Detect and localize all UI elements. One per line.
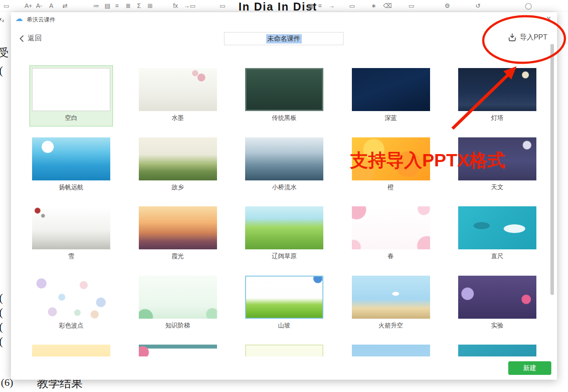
back-label: 返回 xyxy=(28,34,42,43)
template-thumbnail[interactable] xyxy=(458,276,536,319)
background-toolbar-text: In Dia In Dist xyxy=(239,0,317,11)
template-thumbnail[interactable] xyxy=(245,68,323,111)
template-thumbnail[interactable] xyxy=(458,137,536,180)
background-text-fragment: ( xyxy=(0,320,3,334)
template-thumbnail[interactable] xyxy=(458,206,536,249)
template-thumbnail[interactable] xyxy=(352,206,430,249)
toolbar-icon: fx xyxy=(173,2,178,10)
template-item-row5-5[interactable] xyxy=(456,342,539,356)
template-thumbnail[interactable] xyxy=(352,68,430,111)
background-text-fragment: ( xyxy=(0,306,3,319)
toolbar-icon: ≡ xyxy=(318,2,322,10)
template-item-row5-2[interactable] xyxy=(136,342,220,356)
toolbar-icon: Σ xyxy=(137,2,141,10)
template-thumbnail[interactable] xyxy=(139,206,217,249)
template-item-实验[interactable]: 实验 xyxy=(456,273,539,334)
template-label: 橙 xyxy=(352,180,430,195)
template-thumbnail[interactable] xyxy=(32,345,110,356)
chevron-left-icon xyxy=(19,35,24,43)
template-item-row5-4[interactable] xyxy=(349,342,433,356)
template-item-故乡[interactable]: 故乡 xyxy=(136,135,220,195)
template-thumbnail[interactable] xyxy=(458,68,536,111)
template-label: 知识阶梯 xyxy=(139,319,217,334)
template-thumbnail[interactable] xyxy=(32,276,110,319)
template-item-小桥流水[interactable]: 小桥流水 xyxy=(242,135,326,195)
template-item-row5-1[interactable] xyxy=(29,342,113,356)
template-item-传统黑板[interactable]: 传统黑板 xyxy=(242,65,326,126)
template-label: 雪 xyxy=(32,249,110,264)
template-label: 霞光 xyxy=(139,249,217,264)
toolbar-icon: ∗ xyxy=(371,2,376,10)
template-thumbnail[interactable] xyxy=(32,206,110,249)
template-item-水墨[interactable]: 水墨 xyxy=(136,65,220,126)
toolbar-icon: ◯ xyxy=(525,2,532,10)
background-text-fragment: ×₂ xyxy=(0,16,4,23)
template-thumbnail[interactable] xyxy=(245,345,323,356)
template-item-火箭升空[interactable]: 火箭升空 xyxy=(349,273,433,334)
template-thumbnail[interactable] xyxy=(139,68,217,111)
toolbar-icon: ⇄ xyxy=(62,2,68,10)
background-toolbar: In Dia In Dist ▭A+A-A⇄≔▤≡≣Σ⊞fx→▭▭▦≡→▭∗⌫▭… xyxy=(0,0,568,11)
template-item-灯塔[interactable]: 灯塔 xyxy=(456,65,539,126)
template-item-直尺[interactable]: 直尺 xyxy=(456,204,539,264)
template-thumbnail[interactable] xyxy=(352,276,430,319)
template-item-橙[interactable]: 橙 xyxy=(349,135,433,195)
template-thumbnail[interactable] xyxy=(245,137,323,180)
template-item-辽阔草原[interactable]: 辽阔草原 xyxy=(242,204,326,264)
template-label: 空白 xyxy=(32,111,110,126)
template-item-彩色波点[interactable]: 彩色波点 xyxy=(29,273,113,334)
template-thumbnail[interactable] xyxy=(139,137,217,180)
template-thumbnail[interactable] xyxy=(139,276,217,319)
toolbar-icon: ⌫ xyxy=(383,2,392,10)
template-label: 故乡 xyxy=(139,180,217,195)
template-item-霞光[interactable]: 霞光 xyxy=(136,204,220,264)
toolbar-icon: ▭ xyxy=(4,2,9,10)
background-text-fragment: ( xyxy=(0,291,3,305)
template-thumbnail[interactable] xyxy=(458,345,536,356)
template-label: 深蓝 xyxy=(352,111,430,126)
background-text-fragment: 受 xyxy=(0,46,9,60)
toolbar-icon: ▭ xyxy=(220,2,225,10)
template-item-知识阶梯[interactable]: 知识阶梯 xyxy=(136,273,220,334)
template-thumbnail[interactable] xyxy=(32,137,110,180)
seewo-cloud-courseware-dialog: ☁ 希沃云课件 × 返回 未命名课件 导入PPT 空白水墨传统黑板深蓝灯塔扬帆远… xyxy=(11,12,557,380)
template-item-天文[interactable]: 天文 xyxy=(456,135,539,195)
toolbar-icon: ⊞ xyxy=(148,2,153,10)
toolbar-icon: ▤ xyxy=(105,2,110,10)
import-ppt-button[interactable]: 导入PPT xyxy=(508,33,547,42)
template-label: 小桥流水 xyxy=(245,180,323,195)
template-thumbnail[interactable] xyxy=(352,345,430,356)
template-item-深蓝[interactable]: 深蓝 xyxy=(349,65,433,126)
back-button[interactable]: 返回 xyxy=(19,34,42,43)
template-item-row5-3[interactable] xyxy=(242,342,326,356)
template-thumbnail[interactable] xyxy=(245,276,323,319)
toolbar-icon: ▭ xyxy=(349,2,355,10)
template-item-扬帆远航[interactable]: 扬帆远航 xyxy=(29,135,113,195)
toolbar-icon: ▦ xyxy=(308,2,313,10)
new-button[interactable]: 新建 xyxy=(508,361,551,375)
toolbar-icon: ≡ xyxy=(115,2,119,10)
template-label: 彩色波点 xyxy=(32,319,110,334)
template-label: 扬帆远航 xyxy=(32,180,110,195)
template-item-空白[interactable]: 空白 xyxy=(29,65,113,126)
toolbar-icon: → xyxy=(184,2,190,10)
template-thumbnail[interactable] xyxy=(32,68,110,111)
template-item-山坡[interactable]: 山坡 xyxy=(242,273,326,334)
toolbar-icon: A xyxy=(49,2,53,10)
toolbar-icon: A- xyxy=(36,2,42,10)
filename-input[interactable]: 未命名课件 xyxy=(224,32,344,45)
toolbar-icon: A+ xyxy=(25,2,33,10)
template-thumbnail[interactable] xyxy=(139,345,217,356)
template-label: 辽阔草原 xyxy=(245,249,323,264)
template-label: 灯塔 xyxy=(458,111,536,126)
template-item-春[interactable]: 春 xyxy=(349,204,433,264)
template-thumbnail[interactable] xyxy=(352,137,430,180)
toolbar-icon: ▭ xyxy=(409,2,414,10)
template-grid: 空白水墨传统黑板深蓝灯塔扬帆远航故乡小桥流水橙天文雪霞光辽阔草原春直尺彩色波点知… xyxy=(11,12,557,356)
toolbar-icon: ↺ xyxy=(475,2,481,10)
toolbar-icon: → xyxy=(329,2,335,10)
import-download-icon xyxy=(508,33,517,42)
template-thumbnail[interactable] xyxy=(245,206,323,249)
template-item-雪[interactable]: 雪 xyxy=(29,204,113,264)
scrollbar[interactable] xyxy=(550,44,554,295)
